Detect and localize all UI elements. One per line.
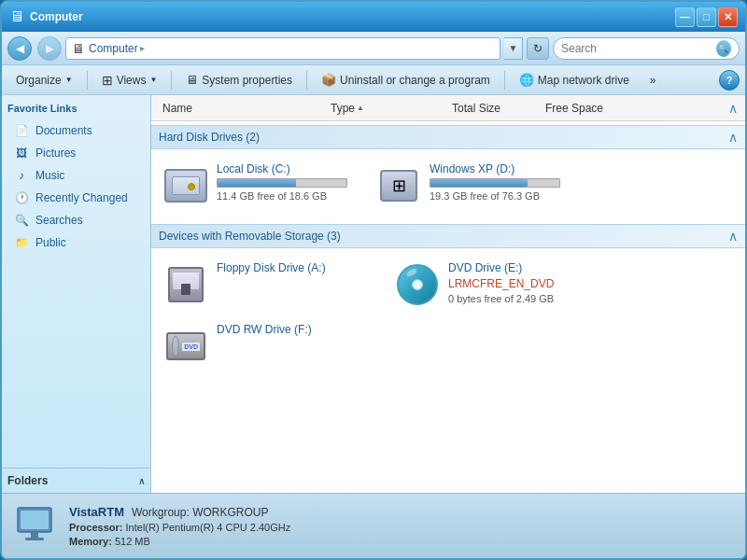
drive-d-free: 19.3 GB free of 76.3 GB: [430, 190, 573, 202]
address-bar: ◀ ▶ 🖥 Computer ▸ ▼ ↻ 🔍: [2, 32, 745, 65]
sidebar-item-pictures-label: Pictures: [35, 147, 76, 160]
drive-d-bar: [430, 178, 560, 188]
dvd-center: [412, 279, 423, 290]
drive-a[interactable]: Floppy Disk Drive (A:): [159, 258, 364, 312]
removable-section-title: Devices with Removable Storage (3): [159, 230, 341, 243]
drive-a-icon: [162, 261, 209, 308]
file-content: Hard Disk Drives (2) ∧ Local Disk (C:): [151, 121, 745, 493]
floppy-slot: [181, 284, 190, 295]
searches-icon: 🔍: [13, 212, 30, 229]
search-input[interactable]: [561, 42, 712, 55]
drive-c[interactable]: Local Disk (C:) 11.4 GB free of 18.6 GB: [159, 159, 364, 213]
organize-arrow: ▼: [65, 76, 73, 84]
search-button[interactable]: 🔍: [716, 40, 731, 57]
windows-logo-icon: ⊞: [392, 175, 406, 196]
maximize-button[interactable]: □: [697, 7, 716, 27]
status-memory: Memory: 512 MB: [69, 536, 290, 547]
map-network-icon: 🌐: [519, 73, 534, 87]
column-headers: Name Type ▲ Total Size Free Space ∧: [151, 95, 745, 121]
sidebar-item-public[interactable]: 📁 Public: [7, 231, 145, 254]
drive-f-info: DVD RW Drive (F:): [217, 323, 360, 339]
sidebar-item-documents[interactable]: 📄 Documents: [7, 119, 145, 142]
search-box[interactable]: 🔍: [553, 37, 740, 60]
sidebar-item-recently-changed[interactable]: 🕐 Recently Changed: [7, 187, 145, 209]
memory-label: Memory:: [69, 536, 115, 547]
dvd-disc: [397, 264, 438, 305]
drive-f-name: DVD RW Drive (F:): [217, 323, 360, 336]
processor-value: Intel(R) Pentium(R) 4 CPU 2.40GHz: [126, 522, 291, 533]
uninstall-icon: 📦: [321, 73, 336, 87]
drive-a-name: Floppy Disk Drive (A:): [217, 261, 360, 274]
type-sort-arrow: ▲: [357, 104, 364, 112]
help-button[interactable]: ?: [719, 70, 740, 91]
removable-collapse-icon[interactable]: ∧: [728, 229, 738, 244]
floppy-body: [168, 267, 204, 302]
memory-value: 512 MB: [115, 536, 150, 547]
views-button[interactable]: ⊞ Views ▼: [93, 69, 166, 91]
dvdrw-body: DVD: [166, 332, 205, 360]
organize-label: Organize: [16, 74, 62, 87]
folders-toggle[interactable]: Folders ∧: [7, 474, 145, 487]
recently-changed-icon: 🕐: [13, 189, 30, 206]
drive-e-name: DVD Drive (E:): [448, 261, 592, 274]
dvd-shine: [405, 267, 417, 277]
drive-e-icon: [394, 261, 441, 308]
drive-c-icon: [162, 162, 209, 209]
sidebar-item-documents-label: Documents: [35, 124, 92, 137]
back-button[interactable]: ◀: [7, 36, 32, 61]
drive-d-info: Windows XP (D:) 19.3 GB free of 76.3 GB: [430, 162, 573, 202]
status-computer-icon: [11, 503, 58, 550]
svg-rect-1: [21, 511, 49, 529]
window-controls: — □ ✕: [675, 7, 738, 27]
drive-d-fill: [430, 179, 528, 187]
breadcrumb-computer[interactable]: Computer: [89, 42, 138, 55]
address-computer-icon: 🖥: [72, 41, 85, 56]
system-properties-button[interactable]: 🖥 System properties: [177, 69, 301, 91]
collapse-button[interactable]: ∧: [728, 101, 738, 116]
drive-e-info: DVD Drive (E:) LRMCFRE_EN_DVD 0 bytes fr…: [448, 261, 592, 304]
main-content: Favorite Links 📄 Documents 🖼 Pictures ♪ …: [2, 95, 745, 493]
hard-disk-section-header[interactable]: Hard Disk Drives (2) ∧: [151, 125, 745, 149]
drive-e[interactable]: DVD Drive (E:) LRMCFRE_EN_DVD 0 bytes fr…: [390, 258, 596, 312]
favorites-title: Favorite Links: [7, 103, 145, 114]
hard-disk-collapse-icon[interactable]: ∧: [728, 130, 738, 145]
organize-button[interactable]: Organize ▼: [7, 69, 81, 91]
documents-icon: 📄: [13, 122, 30, 139]
removable-section-header[interactable]: Devices with Removable Storage (3) ∧: [151, 224, 745, 248]
minimize-button[interactable]: —: [675, 7, 695, 27]
title-bar: 🖥 Computer — □ ✕: [2, 2, 745, 32]
refresh-button[interactable]: ↻: [527, 37, 549, 60]
sidebar-item-recently-changed-label: Recently Changed: [35, 191, 128, 204]
column-total-size[interactable]: Total Size: [448, 102, 542, 115]
sidebar-item-searches[interactable]: 🔍 Searches: [7, 209, 145, 231]
toolbar-separator-4: [504, 71, 505, 90]
folders-chevron: ∧: [138, 476, 145, 486]
column-name[interactable]: Name: [159, 102, 327, 115]
address-dropdown-button[interactable]: ▼: [504, 37, 523, 60]
drive-c-fill: [218, 179, 296, 187]
hdd-body-c: [164, 169, 207, 203]
music-icon: ♪: [13, 167, 30, 184]
windows-logo-bg: ⊞: [380, 170, 417, 202]
close-button[interactable]: ✕: [718, 7, 738, 27]
sidebar-footer: Folders ∧: [2, 468, 150, 493]
drive-d[interactable]: ⊞ Windows XP (D:) 19.3 GB free of 76.3 G…: [372, 159, 577, 213]
column-free-space[interactable]: Free Space: [542, 102, 728, 115]
column-type[interactable]: Type ▲: [327, 102, 448, 115]
forward-button[interactable]: ▶: [37, 36, 62, 61]
drive-e-subname: LRMCFRE_EN_DVD: [448, 277, 592, 290]
uninstall-button[interactable]: 📦 Uninstall or change a program: [313, 69, 499, 91]
favorites-section: Favorite Links 📄 Documents 🖼 Pictures ♪ …: [2, 95, 150, 258]
drive-f[interactable]: DVD DVD RW Drive (F:): [159, 319, 364, 373]
more-toolbar-button[interactable]: »: [641, 69, 665, 91]
sidebar-item-music[interactable]: ♪ Music: [7, 164, 145, 187]
toolbar-separator-1: [87, 71, 88, 90]
drive-c-free: 11.4 GB free of 18.6 GB: [217, 190, 360, 202]
file-area: Name Type ▲ Total Size Free Space ∧ Ha: [151, 95, 745, 493]
views-label: Views: [117, 74, 147, 87]
map-network-drive-button[interactable]: 🌐 Map network drive: [511, 69, 638, 91]
window-icon: 🖥: [9, 8, 24, 25]
sidebar-item-pictures[interactable]: 🖼 Pictures: [7, 142, 145, 164]
address-box[interactable]: 🖥 Computer ▸: [65, 37, 500, 60]
views-icon: ⊞: [102, 73, 113, 88]
